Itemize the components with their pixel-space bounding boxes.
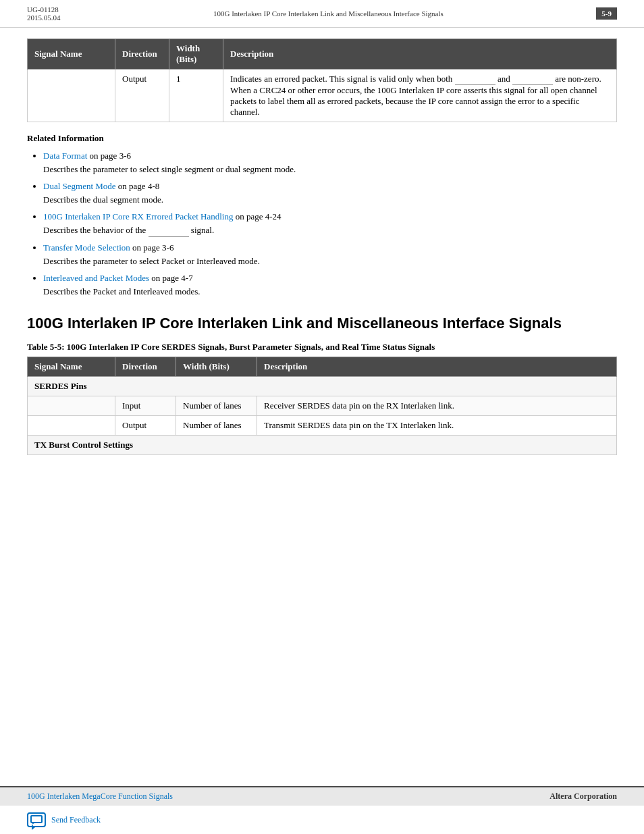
item-desc: Describes the behavior of the signal. xyxy=(43,224,617,238)
link-suffix: on page 3-6 xyxy=(87,151,131,161)
list-item: Interleaved and Packet Modes on page 4-7… xyxy=(43,271,617,298)
col-header-description: Description xyxy=(223,39,617,70)
svg-rect-0 xyxy=(31,816,42,823)
item-desc: Describes the dual segment mode. xyxy=(43,193,617,207)
cell-direction: Output xyxy=(115,415,176,435)
table-row: Input Number of lanes Receiver SERDES da… xyxy=(28,396,617,415)
section-label-tx-burst: TX Burst Control Settings xyxy=(28,435,617,454)
main-col-width: Width (Bits) xyxy=(176,357,257,376)
page-number: 5-9 xyxy=(596,7,617,20)
col-header-signal: Signal Name xyxy=(28,39,115,70)
col-header-width: Width (Bits) xyxy=(169,39,223,70)
feedback-icon xyxy=(27,812,46,827)
main-col-description: Description xyxy=(257,357,617,376)
link-transfer-mode[interactable]: Transfer Mode Selection xyxy=(43,242,130,253)
cell-description: Receiver SERDES data pin on the RX Inter… xyxy=(257,396,617,415)
doc-date: 2015.05.04 xyxy=(27,14,61,22)
link-suffix: on page 4-8 xyxy=(116,181,160,191)
page-spacer xyxy=(0,633,644,786)
link-suffix: on page 4-7 xyxy=(149,273,193,283)
section-title: 100G Interlaken IP Core Interlaken Link … xyxy=(27,314,617,334)
page-footer: 100G Interlaken MegaCore Function Signal… xyxy=(0,786,644,806)
page-header: UG-01128 2015.05.04 100G Interlaken IP C… xyxy=(0,0,644,28)
item-desc: Describes the Packet and Interleaved mod… xyxy=(43,285,617,298)
chat-icon xyxy=(30,815,43,825)
cell-description: Transmit SERDES data pin on the TX Inter… xyxy=(257,415,617,435)
cell-width: Number of lanes xyxy=(176,415,257,435)
send-feedback-section: Send Feedback xyxy=(0,806,644,834)
cell-width: Number of lanes xyxy=(176,396,257,415)
link-rx-errored[interactable]: 100G Interlaken IP Core RX Errored Packe… xyxy=(43,211,233,221)
cell-signal xyxy=(28,415,115,435)
cell-signal xyxy=(28,396,115,415)
top-table: Signal Name Direction Width (Bits) Descr… xyxy=(27,38,617,122)
list-item: 100G Interlaken IP Core RX Errored Packe… xyxy=(43,210,617,237)
link-suffix: on page 3-6 xyxy=(130,242,174,253)
link-data-format[interactable]: Data Format xyxy=(43,151,87,161)
list-item: Dual Segment Mode on page 4-8 Describes … xyxy=(43,180,617,206)
main-content: Signal Name Direction Width (Bits) Descr… xyxy=(0,28,644,633)
header-left: UG-01128 2015.05.04 xyxy=(27,5,61,22)
section-label-serdes: SERDES Pins xyxy=(28,376,617,396)
main-col-signal: Signal Name xyxy=(28,357,115,376)
footer-left-text: 100G Interlaken MegaCore Function Signal… xyxy=(27,791,173,802)
page-container: UG-01128 2015.05.04 100G Interlaken IP C… xyxy=(0,0,644,834)
table-caption: Table 5-5: 100G Interlaken IP Core SERDE… xyxy=(27,342,617,353)
col-header-direction: Direction xyxy=(115,39,169,70)
section-header-serdes: SERDES Pins xyxy=(28,376,617,396)
related-information: Related Information Data Format on page … xyxy=(27,133,617,298)
send-feedback-link[interactable]: Send Feedback xyxy=(51,815,101,825)
item-desc: Describes the parameter to select Packet… xyxy=(43,255,617,268)
cell-direction: Input xyxy=(115,396,176,415)
cell-description: Indicates an errored packet. This signal… xyxy=(223,70,617,122)
table-row: Output Number of lanes Transmit SERDES d… xyxy=(28,415,617,435)
table-row: Output 1 Indicates an errored packet. Th… xyxy=(28,70,617,122)
main-table: Signal Name Direction Width (Bits) Descr… xyxy=(27,357,617,455)
header-title: 100G Interlaken IP Core Interlaken Link … xyxy=(61,9,597,18)
related-info-title: Related Information xyxy=(27,133,617,144)
link-suffix: on page 4-24 xyxy=(233,211,281,221)
link-dual-segment[interactable]: Dual Segment Mode xyxy=(43,181,116,191)
cell-signal xyxy=(28,70,115,122)
list-item: Data Format on page 3-6 Describes the pa… xyxy=(43,149,617,176)
link-interleaved-packet[interactable]: Interleaved and Packet Modes xyxy=(43,273,149,283)
cell-direction: Output xyxy=(115,70,169,122)
related-info-list: Data Format on page 3-6 Describes the pa… xyxy=(27,149,617,298)
list-item: Transfer Mode Selection on page 3-6 Desc… xyxy=(43,241,617,267)
section-header-tx-burst: TX Burst Control Settings xyxy=(28,435,617,454)
item-desc: Describes the parameter to select single… xyxy=(43,163,617,176)
doc-id: UG-01128 xyxy=(27,5,61,14)
main-col-direction: Direction xyxy=(115,357,176,376)
footer-right-text: Altera Corporation xyxy=(549,791,617,802)
cell-width: 1 xyxy=(169,70,223,122)
